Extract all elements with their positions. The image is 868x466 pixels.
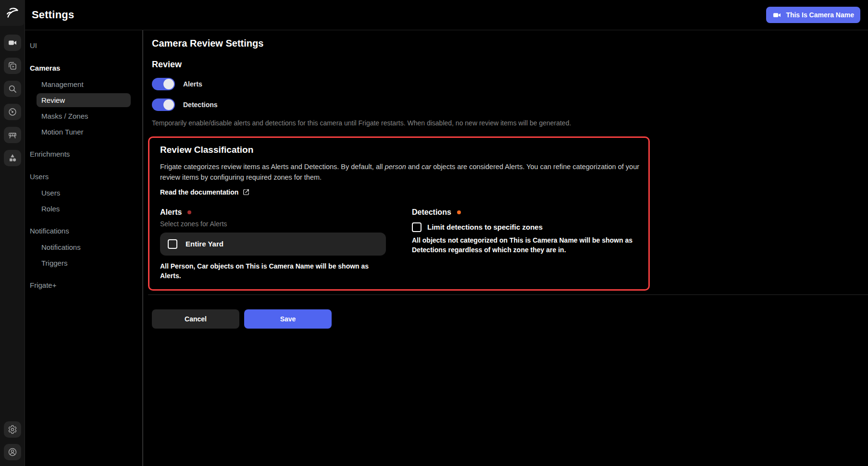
detections-toggle[interactable] bbox=[152, 98, 175, 111]
sidebar-item-notifications[interactable]: Notifications bbox=[37, 240, 131, 254]
sidebar-section-ui[interactable]: UI bbox=[29, 38, 137, 53]
cancel-button[interactable]: Cancel bbox=[152, 309, 239, 329]
rail-buttons bbox=[4, 35, 21, 166]
sidebar-item-users[interactable]: Users bbox=[37, 186, 131, 200]
entire-yard-label: Entire Yard bbox=[186, 240, 223, 248]
icon-rail bbox=[0, 0, 25, 466]
search-icon[interactable] bbox=[4, 81, 21, 97]
limit-detections-label: Limit detections to specific zones bbox=[427, 223, 543, 231]
doc-link-label: Read the documentation bbox=[160, 188, 238, 196]
content-title: Camera Review Settings bbox=[152, 38, 858, 49]
detections-column-title: Detections bbox=[412, 208, 451, 217]
alerts-toggle-label: Alerts bbox=[183, 80, 202, 88]
detections-footnote: All objects not categorized on This is C… bbox=[412, 235, 638, 255]
action-buttons: Cancel Save bbox=[152, 309, 858, 329]
toggle-knob bbox=[163, 79, 174, 89]
save-button[interactable]: Save bbox=[244, 309, 332, 329]
alerts-status-dot bbox=[187, 210, 191, 214]
detections-toggle-row: Detections bbox=[152, 98, 858, 111]
frigate-bird-icon bbox=[5, 6, 20, 20]
toggle-knob bbox=[163, 99, 174, 110]
alerts-column: Alerts Select zones for Alerts Entire Ya… bbox=[160, 208, 386, 281]
frigate-plus-shapes-icon[interactable] bbox=[4, 150, 21, 166]
account-icon[interactable] bbox=[4, 444, 21, 460]
alerts-toggle[interactable] bbox=[152, 78, 175, 90]
entire-yard-checkbox[interactable] bbox=[168, 239, 177, 249]
review-icon[interactable] bbox=[4, 58, 21, 74]
alerts-toggle-row: Alerts bbox=[152, 78, 858, 90]
detections-column-header: Detections bbox=[412, 208, 646, 217]
gear-icon[interactable] bbox=[4, 421, 21, 438]
zone-option-entire-yard[interactable]: Entire Yard bbox=[160, 233, 386, 256]
app-root: Settings This Is Camera Name UI Cameras … bbox=[0, 0, 868, 466]
frigate-logo[interactable] bbox=[0, 0, 25, 26]
sidebar-section-notifications[interactable]: Notifications bbox=[29, 223, 137, 238]
external-link-icon bbox=[243, 189, 249, 196]
alerts-column-header: Alerts bbox=[160, 208, 386, 217]
review-description: Temporarily enable/disable alerts and de… bbox=[152, 119, 858, 127]
page-title: Settings bbox=[32, 9, 74, 21]
section-separator bbox=[148, 294, 868, 295]
detections-toggle-label: Detections bbox=[183, 101, 218, 109]
video-camera-icon bbox=[772, 11, 781, 20]
top-header: Settings This Is Camera Name bbox=[25, 0, 868, 30]
limit-detections-checkbox[interactable] bbox=[412, 222, 422, 232]
documentation-link[interactable]: Read the documentation bbox=[160, 188, 249, 196]
barrier-icon[interactable] bbox=[4, 127, 21, 143]
camera-name-label: This Is Camera Name bbox=[786, 11, 854, 19]
alerts-footnote: All Person, Car objects on This is Camer… bbox=[160, 262, 386, 281]
rail-bottom-buttons bbox=[4, 421, 21, 466]
live-camera-icon[interactable] bbox=[4, 35, 21, 51]
sidebar-item-management[interactable]: Management bbox=[37, 77, 131, 91]
export-disc-icon[interactable] bbox=[4, 104, 21, 120]
sidebar-item-motion-tuner[interactable]: Motion Tuner bbox=[37, 125, 131, 139]
sidebar-section-users[interactable]: Users bbox=[29, 169, 137, 184]
camera-name-button[interactable]: This Is Camera Name bbox=[766, 7, 860, 23]
sidebar-item-masks-zones[interactable]: Masks / Zones bbox=[37, 109, 131, 123]
review-section-title: Review bbox=[152, 60, 858, 70]
sidebar-item-review[interactable]: Review bbox=[37, 93, 131, 107]
classification-title: Review Classification bbox=[160, 145, 641, 155]
detections-column: Detections Limit detections to specific … bbox=[412, 208, 646, 281]
sidebar-section-frigate-plus[interactable]: Frigate+ bbox=[29, 278, 137, 293]
italic-person: person bbox=[384, 163, 406, 171]
sidebar-section-enrichments[interactable]: Enrichments bbox=[29, 147, 137, 161]
detections-status-dot bbox=[457, 210, 461, 214]
alerts-column-subtitle: Select zones for Alerts bbox=[160, 220, 386, 228]
settings-sidebar: UI Cameras Management Review Masks / Zon… bbox=[25, 30, 143, 466]
review-classification-box: Review Classification Frigate categorize… bbox=[148, 136, 650, 291]
main-content: Camera Review Settings Review Alerts Det… bbox=[143, 30, 868, 466]
alerts-column-title: Alerts bbox=[160, 208, 182, 217]
sidebar-item-triggers[interactable]: Triggers bbox=[37, 256, 131, 270]
italic-car: car bbox=[422, 163, 431, 171]
sidebar-section-cameras[interactable]: Cameras bbox=[29, 61, 137, 75]
limit-detections-row[interactable]: Limit detections to specific zones bbox=[412, 222, 646, 232]
classification-description: Frigate categorizes review items as Aler… bbox=[160, 161, 641, 183]
sidebar-item-roles[interactable]: Roles bbox=[37, 202, 131, 216]
